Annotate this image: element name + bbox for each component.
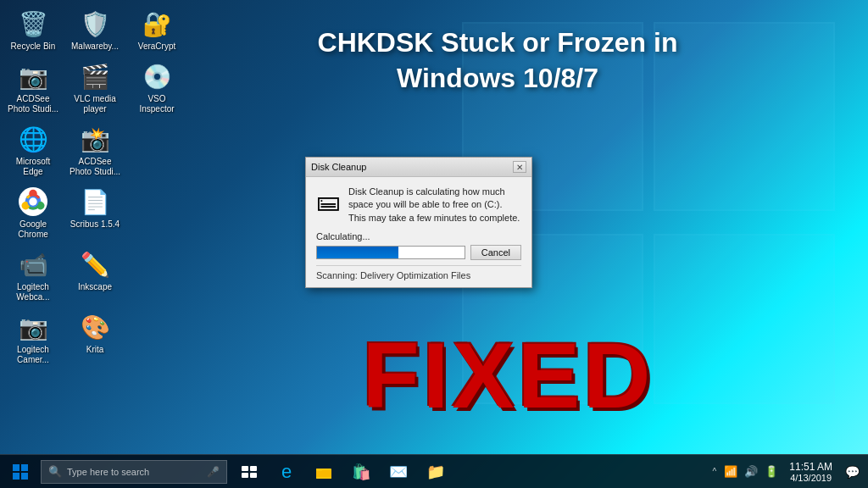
logitech-webcam-icon: 📹 xyxy=(17,248,49,280)
battery-icon[interactable]: 🔋 xyxy=(762,463,781,480)
recycle-bin-icon: 🗑️ xyxy=(17,8,49,40)
svg-rect-9 xyxy=(13,473,19,480)
logitech-camera-icon: 📷 xyxy=(17,311,49,343)
disk-cleanup-icon: 🖴 xyxy=(316,187,340,215)
logitech-webcam-label: Logitech Webca... xyxy=(6,282,60,302)
tray-expand-button[interactable]: ^ xyxy=(711,465,719,478)
dialog-body: 🖴 Disk Cleanup is calculating how much s… xyxy=(306,177,531,287)
scribus-icon: 📄 xyxy=(79,186,111,218)
svg-rect-14 xyxy=(250,473,257,478)
chrome-icon xyxy=(17,186,49,218)
svg-rect-13 xyxy=(242,473,248,478)
desktop-icon-logitech-camera[interactable]: 📷 Logitech Camer... xyxy=(4,308,62,369)
page-title-line2: Windows 10/8/7 xyxy=(397,63,598,93)
vso-icon: 💿 xyxy=(141,60,173,92)
svg-point-6 xyxy=(29,197,36,205)
vso-label: VSO Inspector xyxy=(130,94,184,114)
icon-row-2: 📷 ACDSee Photo Studi... 🎬 VLC media play… xyxy=(4,57,186,118)
edge-label: Microsoft Edge xyxy=(6,157,60,177)
taskbar-store-icon[interactable]: 🛍️ xyxy=(342,455,380,489)
edge-icon: 🌐 xyxy=(17,123,49,155)
fixed-label: FIXED xyxy=(157,321,860,429)
system-tray: ^ 📶 🔊 🔋 11:51 AM 4/13/2019 💬 xyxy=(711,455,868,488)
desktop-icon-vlc[interactable]: 🎬 VLC media player xyxy=(66,57,124,118)
tray-icons: 📶 🔊 🔋 xyxy=(721,463,781,480)
dialog-scanning-text: Scanning: Delivery Optimization Files xyxy=(316,265,521,280)
taskbar-pinned-apps: e 🛍️ ✉️ 📁 xyxy=(231,455,454,488)
svg-rect-11 xyxy=(242,466,248,471)
svg-rect-12 xyxy=(250,466,257,471)
krita-icon: 🎨 xyxy=(79,311,111,343)
inkscape-icon: ✏️ xyxy=(79,248,111,280)
icon-row-1: 🗑️ Recycle Bin 🛡️ Malwareby... 🔐 VeraCry… xyxy=(4,4,186,55)
desktop-icon-krita[interactable]: 🎨 Krita xyxy=(66,308,124,369)
acdsee-label: ACDSee Photo Studi... xyxy=(6,94,60,114)
logitech-camera-label: Logitech Camer... xyxy=(6,345,60,365)
desktop-icon-malwarebytes[interactable]: 🛡️ Malwareby... xyxy=(66,4,124,55)
taskbar-multitasking-icon[interactable] xyxy=(231,455,268,489)
scribus-label: Scribus 1.5.4 xyxy=(70,219,120,230)
dialog-cancel-button[interactable]: Cancel xyxy=(470,245,521,260)
microphone-icon: 🎤 xyxy=(207,466,220,478)
network-icon[interactable]: 📶 xyxy=(721,463,740,480)
svg-rect-17 xyxy=(316,469,322,471)
acdsee2-label: ACDSee Photo Studi... xyxy=(68,157,122,177)
clock-date: 4/13/2019 xyxy=(790,473,832,483)
acdsee2-icon: 📸 xyxy=(79,123,111,155)
dialog-progress-row: Cancel xyxy=(316,245,521,260)
desktop-icon-edge[interactable]: 🌐 Microsoft Edge xyxy=(4,119,62,180)
clock-area[interactable]: 11:51 AM 4/13/2019 xyxy=(784,455,837,488)
icon-row-3: 🌐 Microsoft Edge 📸 ACDSee Photo Studi... xyxy=(4,119,186,180)
icon-row-5: 📹 Logitech Webca... ✏️ Inkscape xyxy=(4,245,186,306)
desktop: 🗑️ Recycle Bin 🛡️ Malwareby... 🔐 VeraCry… xyxy=(0,0,868,488)
taskbar-search-bar[interactable]: 🔍 Type here to search 🎤 xyxy=(41,460,227,484)
desktop-icon-acdsee2[interactable]: 📸 ACDSee Photo Studi... xyxy=(66,119,124,180)
desktop-icon-logitech-webcam[interactable]: 📹 Logitech Webca... xyxy=(4,245,62,306)
desktop-icon-scribus[interactable]: 📄 Scribus 1.5.4 xyxy=(66,182,124,243)
desktop-icon-acdsee[interactable]: 📷 ACDSee Photo Studi... xyxy=(4,57,62,118)
icon-row-4: Google Chrome 📄 Scribus 1.5.4 xyxy=(4,182,186,243)
dialog-header-row: 🖴 Disk Cleanup is calculating how much s… xyxy=(316,186,521,225)
svg-rect-10 xyxy=(21,473,28,480)
page-title-line1: CHKDSK Stuck or Frozen in xyxy=(318,27,678,58)
volume-icon[interactable]: 🔊 xyxy=(742,463,760,480)
inkscape-label: Inkscape xyxy=(78,282,112,292)
recycle-bin-label: Recycle Bin xyxy=(11,42,56,52)
krita-label: Krita xyxy=(86,345,104,355)
svg-rect-8 xyxy=(21,464,28,471)
malwarebytes-icon: 🛡️ xyxy=(79,8,111,40)
taskbar: 🔍 Type here to search 🎤 e xyxy=(0,454,868,488)
desktop-icons-area: 🗑️ Recycle Bin 🛡️ Malwareby... 🔐 VeraCry… xyxy=(4,4,186,369)
dialog-body-text: Disk Cleanup is calculating how much spa… xyxy=(348,186,521,225)
taskbar-explorer-icon[interactable] xyxy=(305,455,342,489)
chrome-label: Google Chrome xyxy=(6,219,60,240)
dialog-title: Disk Cleanup xyxy=(311,162,366,172)
dialog-close-button[interactable]: ✕ xyxy=(513,161,526,173)
svg-rect-7 xyxy=(13,464,19,471)
taskbar-mail-icon[interactable]: ✉️ xyxy=(380,455,417,489)
page-title: CHKDSK Stuck or Frozen in Windows 10/8/7 xyxy=(170,25,826,96)
search-icon: 🔍 xyxy=(48,465,62,478)
progress-bar-fill xyxy=(317,247,398,258)
clock-time: 11:51 AM xyxy=(789,461,832,473)
vlc-icon: 🎬 xyxy=(79,60,111,92)
taskbar-edge-icon[interactable]: e xyxy=(268,455,305,489)
vlc-label: VLC media player xyxy=(68,94,122,114)
taskbar-unknown-icon[interactable]: 📁 xyxy=(417,455,454,489)
veracrypt-icon: 🔐 xyxy=(141,8,173,40)
desktop-icon-inkscape[interactable]: ✏️ Inkscape xyxy=(66,245,124,306)
malwarebytes-label: Malwareby... xyxy=(71,42,119,52)
progress-bar xyxy=(316,246,465,259)
disk-cleanup-dialog: Disk Cleanup ✕ 🖴 Disk Cleanup is calcula… xyxy=(305,157,532,288)
acdsee-icon: 📷 xyxy=(17,60,49,92)
start-button[interactable] xyxy=(0,455,41,489)
dialog-calculating-label: Calculating... xyxy=(316,231,521,241)
desktop-icon-chrome[interactable]: Google Chrome xyxy=(4,182,62,243)
desktop-icon-recycle-bin[interactable]: 🗑️ Recycle Bin xyxy=(4,4,62,55)
notification-center-icon[interactable]: 💬 xyxy=(841,455,863,489)
search-placeholder-text: Type here to search xyxy=(67,467,149,477)
dialog-titlebar: Disk Cleanup ✕ xyxy=(306,158,531,177)
